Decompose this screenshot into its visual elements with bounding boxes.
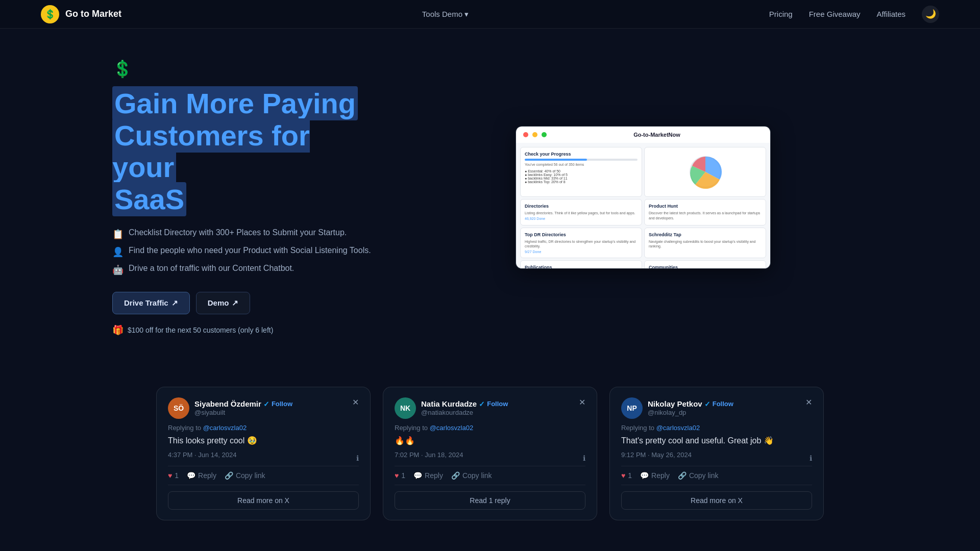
tweet-copy-link-2[interactable]: 🔗 Copy link xyxy=(451,471,492,480)
external-link-icon-2: ↗ xyxy=(232,298,238,308)
external-link-icon: ↗ xyxy=(172,298,178,308)
link-icon-1: 🔗 xyxy=(225,471,233,480)
read-more-button-1[interactable]: Read more on X xyxy=(168,491,359,510)
avatar-1: SÖ xyxy=(168,397,189,419)
screenshot-body: Check your Progress You've completed 56 … xyxy=(516,143,770,268)
info-icon-2[interactable]: ℹ xyxy=(583,454,585,462)
tweet-time-row-1: 4:37 PM · Jun 14, 2024 ℹ xyxy=(168,451,359,466)
tweet-name-2: Natia Kurdadze ✓ Follow xyxy=(421,399,508,408)
follow-button-3[interactable]: Follow xyxy=(713,400,733,408)
avatar-3: NP xyxy=(621,397,643,419)
tweet-replying-3: Replying to @carlosvzla02 xyxy=(621,424,812,432)
hero-features: 📋 Checklist Directory with 300+ Places t… xyxy=(112,228,378,276)
read-reply-button-2[interactable]: Read 1 reply xyxy=(395,491,585,510)
hero-feature-2: 👤 Find the people who need your Product … xyxy=(112,246,378,258)
hero-title-line2: Customers for your xyxy=(112,118,310,185)
tweet-name-3: Nikolay Petkov ✓ Follow xyxy=(648,399,733,408)
heart-icon-1: ♥ xyxy=(168,471,172,480)
tweet-copy-link-3[interactable]: 🔗 Copy link xyxy=(678,471,719,480)
drive-traffic-button[interactable]: Drive Traffic ↗ xyxy=(112,292,190,314)
tweet-handle-2: @natiakourdadze xyxy=(421,409,508,416)
tweet-user-3: NP Nikolay Petkov ✓ Follow @nikolay_dp xyxy=(621,397,733,419)
screenshot-min-dot xyxy=(532,132,537,137)
ss-card-publications: Publications Be featured in startup publ… xyxy=(520,260,642,269)
link-icon-3: 🔗 xyxy=(678,471,687,480)
hero-cta-buttons: Drive Traffic ↗ Demo ↗ xyxy=(112,292,378,314)
link-icon-2: 🔗 xyxy=(451,471,460,480)
person-icon: 👤 xyxy=(112,246,124,258)
nav-right-links: Pricing Free Giveaway Affiliates 🌙 xyxy=(769,6,939,23)
nav-pricing[interactable]: Pricing xyxy=(769,10,793,18)
screenshot-title: Go-to-MarketNow xyxy=(633,132,680,138)
ss-card-schredditz: Schredditz Tap Navigate challenging subr… xyxy=(644,228,766,259)
chevron-down-icon: ▾ xyxy=(464,10,469,19)
hero-title-highlight: Gain More Paying xyxy=(112,86,358,120)
tweet-user-1: SÖ Siyabend Özdemir ✓ Follow @siyabuilt xyxy=(168,397,292,419)
tweet-user-info-3: Nikolay Petkov ✓ Follow @nikolay_dp xyxy=(648,399,733,416)
gift-icon: 🎁 xyxy=(112,324,124,336)
screenshot-max-dot xyxy=(542,132,547,137)
hero-section: 💲 Gain More Paying Customers for your Sa… xyxy=(0,29,980,366)
tweet-handle-1: @siyabuilt xyxy=(194,409,292,416)
screenshot-close-dot xyxy=(523,132,528,137)
read-more-button-3[interactable]: Read more on X xyxy=(621,491,812,510)
robot-icon: 🤖 xyxy=(112,264,124,276)
tweet-like-1[interactable]: ♥ 1 xyxy=(168,471,179,480)
checklist-icon: 📋 xyxy=(112,229,124,240)
tweet-text-2: 🔥🔥 xyxy=(395,435,585,447)
tweet-user-info-1: Siyabend Özdemir ✓ Follow @siyabuilt xyxy=(194,399,292,416)
tweet-header-3: NP Nikolay Petkov ✓ Follow @nikolay_dp ✕ xyxy=(621,397,812,419)
tweet-actions-2: ♥ 1 💬 Reply 🔗 Copy link xyxy=(395,466,585,485)
info-icon-1[interactable]: ℹ xyxy=(356,454,359,462)
tweet-like-3[interactable]: ♥ 1 xyxy=(621,471,632,480)
follow-button-2[interactable]: Follow xyxy=(487,400,508,408)
info-icon-3[interactable]: ℹ xyxy=(810,454,812,462)
nav-free-giveaway[interactable]: Free Giveaway xyxy=(809,10,861,18)
tweet-header-2: NK Natia Kurdadze ✓ Follow @natiakourdad… xyxy=(395,397,585,419)
tweet-time-3: 9:12 PM · May 26, 2024 xyxy=(621,451,692,459)
heart-icon-3: ♥ xyxy=(621,471,625,480)
hero-title: Gain More Paying Customers for your SaaS xyxy=(112,88,378,216)
ss-card-directories: Directories Listing directories. Think o… xyxy=(520,199,642,226)
dark-mode-toggle[interactable]: 🌙 xyxy=(922,6,939,23)
hero-title-line3: SaaS xyxy=(112,182,186,216)
tweet-card-3: NP Nikolay Petkov ✓ Follow @nikolay_dp ✕… xyxy=(609,387,824,520)
tweet-x-button-1[interactable]: ✕ xyxy=(352,397,359,407)
verified-icon-1: ✓ xyxy=(263,400,270,408)
tweet-header-1: SÖ Siyabend Özdemir ✓ Follow @siyabuilt … xyxy=(168,397,359,419)
verified-icon-3: ✓ xyxy=(704,400,710,408)
ss-card-progress: Check your Progress You've completed 56 … xyxy=(520,147,642,197)
reply-icon-1: 💬 xyxy=(187,471,195,480)
tweet-reply-action-3[interactable]: 💬 Reply xyxy=(640,471,670,480)
tweet-x-button-3[interactable]: ✕ xyxy=(805,397,812,407)
tweet-card-1: SÖ Siyabend Özdemir ✓ Follow @siyabuilt … xyxy=(156,387,371,520)
brand-name: Go to Market xyxy=(65,9,121,19)
nav-tools-demo[interactable]: Tools Demo ▾ xyxy=(413,7,478,22)
hero-feature-1: 📋 Checklist Directory with 300+ Places t… xyxy=(112,228,378,240)
demo-button[interactable]: Demo ↗ xyxy=(196,292,251,314)
follow-button-1[interactable]: Follow xyxy=(272,400,292,408)
tweet-reply-action-1[interactable]: 💬 Reply xyxy=(187,471,216,480)
hero-badge-icon: 💲 xyxy=(112,59,133,79)
discount-badge: 🎁 $100 off for the next 50 customers (on… xyxy=(112,324,378,336)
reply-icon-2: 💬 xyxy=(413,471,422,480)
tweet-actions-1: ♥ 1 💬 Reply 🔗 Copy link xyxy=(168,466,359,485)
tweet-time-1: 4:37 PM · Jun 14, 2024 xyxy=(168,451,236,459)
tweet-like-2[interactable]: ♥ 1 xyxy=(395,471,405,480)
testimonials-grid: SÖ Siyabend Özdemir ✓ Follow @siyabuilt … xyxy=(112,387,868,520)
tweet-copy-link-1[interactable]: 🔗 Copy link xyxy=(225,471,265,480)
nav-brand-area: 💲 Go to Market xyxy=(41,5,121,23)
tweet-reply-action-2[interactable]: 💬 Reply xyxy=(413,471,443,480)
tweet-time-2: 7:02 PM · Jun 18, 2024 xyxy=(395,451,463,459)
tweet-x-button-2[interactable]: ✕ xyxy=(579,397,585,407)
ss-card-communities: Communities Engage with startup communit… xyxy=(644,260,766,269)
tweet-time-row-3: 9:12 PM · May 26, 2024 ℹ xyxy=(621,451,812,466)
ss-card-chart xyxy=(644,147,766,197)
hero-screenshot-area: Go-to-MarketNow Check your Progress You'… xyxy=(419,126,868,269)
hero-badge: 💲 xyxy=(112,59,133,79)
navbar: 💲 Go to Market Tools Demo ▾ Pricing Free… xyxy=(0,0,980,29)
tweet-user-2: NK Natia Kurdadze ✓ Follow @natiakourdad… xyxy=(395,397,508,419)
nav-affiliates[interactable]: Affiliates xyxy=(877,10,905,18)
hero-screenshot: Go-to-MarketNow Check your Progress You'… xyxy=(516,126,771,269)
moon-icon: 🌙 xyxy=(925,9,936,19)
